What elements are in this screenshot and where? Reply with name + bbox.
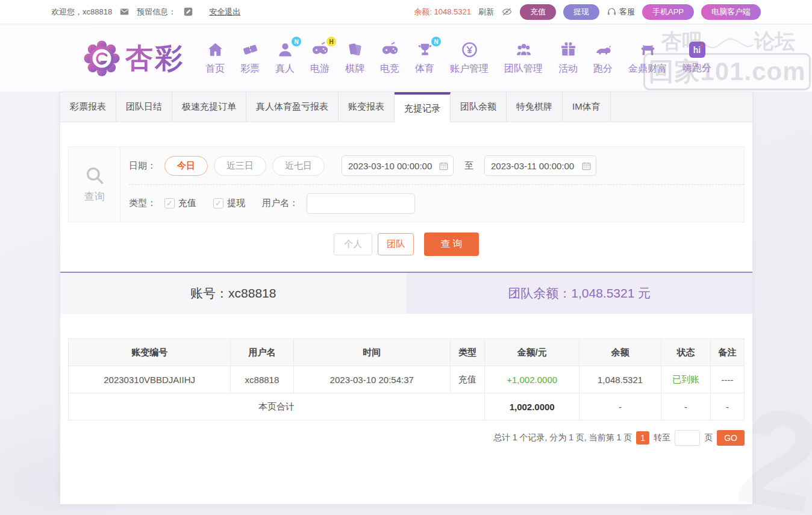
- search-panel-label: 查询: [84, 190, 105, 204]
- nav-item-home[interactable]: 首页: [205, 41, 225, 75]
- nav-label: 真人: [275, 63, 295, 75]
- goto-label: 转至: [654, 432, 670, 443]
- nav-item-account[interactable]: 账户管理: [450, 41, 489, 75]
- tab-recharge-withdraw-record[interactable]: 充提记录: [395, 92, 451, 122]
- pagination-summary: 总计 1 个记录, 分为 1 页, 当前第 1 页: [493, 432, 632, 443]
- table-row: 20230310VBBDJAIIHJ xc88818 2023-03-10 20…: [69, 366, 745, 393]
- range-today-button[interactable]: 今日: [164, 156, 208, 176]
- nav-label: 活动: [558, 63, 578, 75]
- tab-fast-orders[interactable]: 极速充提订单: [172, 92, 246, 122]
- nav-label: 体育: [415, 63, 434, 75]
- account-value: xc88818: [228, 286, 276, 301]
- mobile-app-button[interactable]: 手机APP: [642, 4, 694, 20]
- team-button[interactable]: 团队: [378, 233, 414, 255]
- mail-icon[interactable]: [119, 7, 130, 17]
- date-to-input[interactable]: [484, 155, 596, 176]
- nav-label: 首页: [205, 63, 225, 75]
- nav-item-live[interactable]: N 真人: [275, 41, 295, 75]
- date-filter-row: 日期： 今日 近三日 近七日 至: [129, 147, 744, 184]
- tab-chess-special[interactable]: 特兔棋牌: [507, 92, 563, 122]
- date-from-box: [342, 155, 454, 176]
- treasure-icon: [639, 41, 657, 58]
- nav-item-chess[interactable]: 棋牌: [345, 41, 364, 75]
- nav-label: 团队管理: [504, 63, 543, 75]
- search-panel: 查询 日期： 今日 近三日 近七日 至 类型：: [68, 146, 745, 222]
- nav-label: 账户管理: [450, 63, 489, 75]
- new-badge: N: [431, 37, 441, 46]
- go-button[interactable]: GO: [717, 430, 745, 446]
- username-input[interactable]: [307, 193, 415, 214]
- team-balance-value: 1,048.5321 元: [571, 285, 651, 302]
- nav-item-jinding[interactable]: 金鼎财富: [628, 41, 667, 75]
- nav-label: 电游: [310, 63, 329, 75]
- cell-balance: 1,048.5321: [579, 366, 661, 393]
- tab-im-sports[interactable]: IM体育: [563, 92, 611, 122]
- action-buttons: 个人 团队 查 询: [60, 233, 752, 256]
- col-header-remark: 备注: [710, 339, 744, 366]
- query-button[interactable]: 查 询: [424, 233, 478, 256]
- nav-item-sports[interactable]: N 体育: [415, 41, 434, 75]
- nav-item-lottery[interactable]: 彩票: [240, 41, 260, 75]
- eye-off-icon[interactable]: [501, 6, 513, 17]
- tab-live-sports-pnl[interactable]: 真人体育盈亏报表: [246, 92, 339, 122]
- hot-badge: H: [326, 37, 336, 46]
- to-label: 至: [464, 160, 473, 172]
- tab-team-daily[interactable]: 团队日结: [116, 92, 172, 122]
- withdraw-checkbox[interactable]: ✓: [213, 198, 223, 208]
- recharge-checkbox[interactable]: ✓: [164, 198, 175, 208]
- reserved-info-label: 预留信息：: [137, 7, 176, 17]
- date-from-input[interactable]: [342, 155, 454, 176]
- site-logo[interactable]: 杏彩: [83, 40, 184, 77]
- welcome-text: 欢迎您，xc88818: [51, 7, 112, 17]
- report-tabs: 彩票报表 团队日结 极速充提订单 真人体育盈亏报表 账变报表 充提记录 团队余额…: [60, 92, 752, 122]
- pc-client-button[interactable]: 电脑客户端: [701, 4, 761, 20]
- nav-item-egames[interactable]: H 电游: [310, 41, 329, 75]
- hi-icon: hi: [689, 42, 705, 58]
- col-header-username: 用户名: [231, 339, 293, 366]
- cell-time: 2023-03-10 20:54:37: [293, 366, 450, 393]
- trophy-icon: [416, 41, 434, 58]
- team-balance: 团队余额： 1,048.5321 元: [407, 273, 753, 314]
- nav-label: 棋牌: [345, 63, 364, 75]
- logout-link[interactable]: 安全退出: [209, 7, 240, 17]
- tab-account-change[interactable]: 账变报表: [339, 92, 395, 122]
- gift-icon: [560, 41, 577, 58]
- recharge-checkbox-group[interactable]: ✓ 充值: [164, 198, 196, 209]
- cell-change-id: 20230310VBBDJAIIHJ: [69, 366, 231, 393]
- coin-icon: [461, 41, 478, 58]
- col-header-status: 状态: [661, 339, 710, 366]
- nav-item-activity[interactable]: 活动: [558, 41, 578, 75]
- main-nav: 杏彩 首页 彩票 N 真人 H 电游 棋牌 电竞 N: [0, 25, 812, 92]
- account-summary-bar: 账号： xc88818 团队余额： 1,048.5321 元: [60, 272, 752, 314]
- range-7days-button[interactable]: 近七日: [272, 156, 325, 176]
- personal-button[interactable]: 个人: [334, 233, 372, 255]
- nav-item-team[interactable]: 团队管理: [504, 41, 543, 75]
- account-number: 账号： xc88818: [60, 273, 407, 314]
- search-icon: [84, 165, 105, 186]
- withdraw-checkbox-label: 提现: [227, 198, 245, 209]
- footer-balance: -: [579, 393, 661, 420]
- current-page-badge[interactable]: 1: [636, 431, 649, 445]
- footer-remark: -: [710, 393, 744, 420]
- cards-icon: [346, 41, 364, 58]
- ticket-icon: [242, 41, 259, 58]
- tab-team-balance[interactable]: 团队余额: [451, 92, 507, 122]
- records-table-wrap: 账变编号 用户名 时间 类型 金额/元 余额 状态 备注 20230310VBB…: [68, 339, 745, 420]
- nav-label: 电竞: [380, 63, 399, 75]
- nav-item-esports[interactable]: 电竞: [380, 41, 399, 75]
- tab-lottery-report[interactable]: 彩票报表: [60, 92, 116, 122]
- edit-icon[interactable]: [183, 7, 193, 17]
- nav-item-hipaofen[interactable]: hi 嗨跑分: [682, 42, 711, 75]
- customer-service-link[interactable]: 客服: [607, 7, 635, 17]
- balance-label: 余额:: [414, 7, 432, 16]
- withdraw-checkbox-group[interactable]: ✓ 提现: [213, 198, 245, 209]
- withdraw-button[interactable]: 提现: [563, 4, 599, 20]
- col-header-change-id: 账变编号: [69, 339, 231, 366]
- service-label: 客服: [619, 7, 635, 17]
- refresh-link[interactable]: 刷新: [478, 7, 494, 17]
- nav-item-paofen[interactable]: 跑分: [593, 41, 613, 75]
- footer-amount: 1,002.0000: [485, 393, 579, 420]
- goto-page-input[interactable]: [675, 430, 700, 446]
- recharge-button[interactable]: 充值: [520, 4, 556, 20]
- range-3days-button[interactable]: 近三日: [214, 156, 266, 176]
